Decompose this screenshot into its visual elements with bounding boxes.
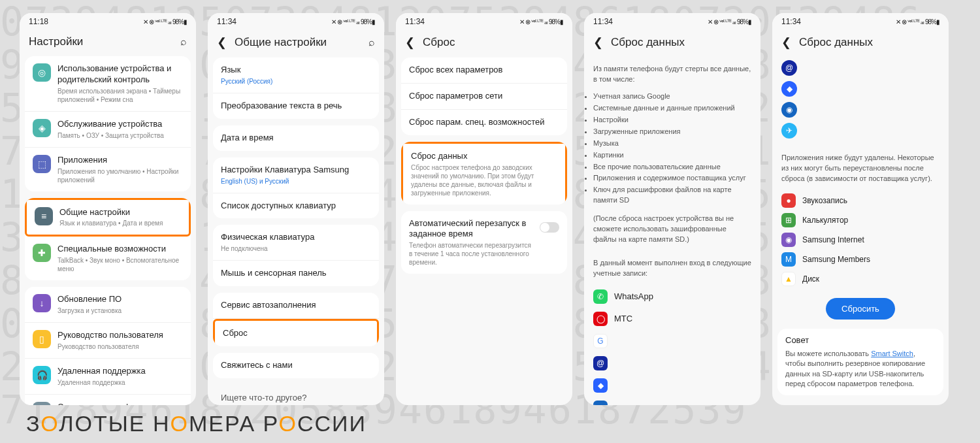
app-icon: ◉ xyxy=(781,233,796,247)
back-icon[interactable]: ❮ xyxy=(405,35,417,50)
row-title: Общие настройки xyxy=(59,207,181,218)
settings-card-3: ↓Обновление ПОЗагрузка и установка▯Руков… xyxy=(25,287,191,405)
toggle-switch[interactable] xyxy=(540,222,559,233)
row-text: Преобразование текста в речь xyxy=(221,101,371,112)
settings-row[interactable]: ▯Руководство пользователяРуководство пол… xyxy=(25,323,191,359)
status-icons: ✕ ⊗ ᵛᵒᵗ ᴸᵀᴱ ₐₗₗ 98%▮ xyxy=(331,18,375,25)
app-row: ▲Диск xyxy=(772,269,949,289)
settings-row[interactable]: 🎧Удаленная поддержкаУдаленная поддержка xyxy=(25,359,191,395)
account-icon: ◉ xyxy=(593,401,608,405)
row-icon: ⓘ xyxy=(33,402,51,405)
settings-row[interactable]: Настройки Клавиатура SamsungEnglish (US)… xyxy=(213,157,379,193)
row-subtitle: Не подключена xyxy=(221,244,371,253)
app-name: Звукозапись xyxy=(802,196,847,205)
status-bar: 11:18 ✕ ⊗ ᵛᵒᵗ ᴸᵀᴱ ₐₗₗ 98%▮ xyxy=(20,13,196,30)
row-title: Язык xyxy=(221,65,371,76)
status-bar: 11:34 ✕ ⊗ ᵛᵒᵗ ᴸᵀᴱ ₐₗₗ 98%▮ xyxy=(584,13,760,30)
settings-row[interactable]: Преобразование текста в речь xyxy=(213,93,379,119)
settings-row[interactable]: ◎Использование устройства и родительский… xyxy=(25,56,191,112)
settings-row[interactable]: ◈Обслуживание устройстваПамять • ОЗУ • З… xyxy=(25,112,191,148)
bullet-item: Системные данные и данные приложений xyxy=(593,103,751,114)
account-name: WhatsApp xyxy=(614,291,653,301)
header: ❮ Общие настройки ⌕ xyxy=(208,30,384,57)
row-title: Обслуживание устройства xyxy=(57,119,183,130)
status-bar: 11:34 ✕ ⊗ ᵛᵒᵗ ᴸᵀᴱ ₐₗₗ 98%▮ xyxy=(772,13,949,30)
content: @◆◉✈ Приложения ниже будут удалены. Неко… xyxy=(772,57,949,405)
tip-text: Вы можете использовать Smart Switch, что… xyxy=(785,349,936,389)
app-row: MSamsung Members xyxy=(772,250,949,269)
app-icon: ◉ xyxy=(781,102,797,118)
row-text: Сведения о телефонеСостояние • Юридическ… xyxy=(57,402,183,405)
row-text: Специальные возможностиTalkBack • Звук м… xyxy=(57,244,183,273)
time: 11:34 xyxy=(405,17,425,26)
row-text: Удаленная поддержкаУдаленная поддержка xyxy=(57,366,183,387)
bullet-item: Загруженные приложения xyxy=(593,127,751,137)
settings-row[interactable]: ⓘСведения о телефонеСостояние • Юридичес… xyxy=(25,395,191,405)
search-icon[interactable]: ⌕ xyxy=(180,36,187,48)
settings-row[interactable]: Сброс параметров сети xyxy=(401,84,567,110)
card: Сброс данныхСброс настроек телефона до з… xyxy=(401,142,567,205)
settings-row[interactable]: Сброс xyxy=(213,319,379,346)
smart-switch-link[interactable]: Smart Switch xyxy=(871,350,913,357)
back-icon[interactable]: ❮ xyxy=(593,35,606,50)
account-row: @ xyxy=(584,352,760,374)
watermark: ЗОЛОТЫЕ НОМЕРА РОССИИ xyxy=(26,411,367,436)
row-icon: ✚ xyxy=(33,244,51,262)
settings-row[interactable]: Список доступных клавиатур xyxy=(213,193,379,219)
row-text: ПриложенияПриложения по умолчанию • Наст… xyxy=(57,155,183,184)
settings-row[interactable]: ЯзыкРусский (Россия) xyxy=(213,57,379,93)
row-title: Сброс парам. спец. возможностей xyxy=(409,117,559,128)
status-bar: 11:34 ✕ ⊗ ᵛᵒᵗ ᴸᵀᴱ ₐₗₗ 98%▮ xyxy=(396,13,572,30)
row-text: Обновление ПОЗагрузка и установка xyxy=(57,294,183,315)
settings-row[interactable]: ≡Общие настройкиЯзык и клавиатура • Дата… xyxy=(25,198,191,237)
settings-row[interactable]: Автоматический перезапуск в заданное вре… xyxy=(401,211,567,274)
row-title: Сброс данных xyxy=(411,151,557,162)
bullet-item: Настройки xyxy=(593,115,751,125)
settings-row[interactable]: Дата и время xyxy=(213,125,379,151)
settings-row[interactable]: Сброс парам. спец. возможностей xyxy=(401,110,567,135)
settings-row[interactable]: Физическая клавиатураНе подключена xyxy=(213,225,379,261)
row-icon: ↓ xyxy=(33,294,51,312)
account-icon: G xyxy=(593,334,608,348)
back-icon[interactable]: ❮ xyxy=(217,35,229,50)
row-title: Физическая клавиатура xyxy=(221,232,371,243)
row-text: Свяжитесь с нами xyxy=(221,360,371,371)
row-text: Сброс всех параметров xyxy=(409,65,559,76)
bullet-item: Приложения и содержимое поставщика услуг xyxy=(593,173,751,184)
row-text: Мышь и сенсорная панель xyxy=(221,268,371,279)
settings-row[interactable]: ✚Специальные возможностиTalkBack • Звук … xyxy=(25,237,191,280)
reset-button[interactable]: Сбросить xyxy=(826,298,895,320)
phone-3-reset: 11:34 ✕ ⊗ ᵛᵒᵗ ᴸᵀᴱ ₐₗₗ 98%▮ ❮ Сброс Сброс… xyxy=(396,13,572,405)
phone-1-settings: 11:18 ✕ ⊗ ᵛᵒᵗ ᴸᵀᴱ ₐₗₗ 98%▮ Настройки ⌕ ◎… xyxy=(20,13,196,405)
row-title: Свяжитесь с нами xyxy=(221,360,371,371)
time: 11:18 xyxy=(29,17,48,26)
row-subtitle: Память • ОЗУ • Защита устройства xyxy=(57,131,183,140)
row-text: Автоматический перезапуск в заданное вре… xyxy=(409,218,533,267)
row-text: Сброс парам. спец. возможностей xyxy=(409,117,559,128)
content: Сброс всех параметровСброс параметров се… xyxy=(396,57,572,405)
settings-row[interactable]: Сброс всех параметров xyxy=(401,57,567,84)
settings-row[interactable]: Свяжитесь с нами xyxy=(213,353,379,378)
row-title: Мышь и сенсорная панель xyxy=(221,268,371,279)
back-icon[interactable]: ❮ xyxy=(781,35,794,50)
settings-row[interactable]: Сброс данныхСброс настроек телефона до з… xyxy=(401,142,567,205)
row-title: Преобразование текста в речь xyxy=(221,101,371,112)
row-title: Настройки Клавиатура Samsung xyxy=(221,165,371,176)
account-icon: ✆ xyxy=(593,289,608,304)
settings-row[interactable]: ↓Обновление ПОЗагрузка и установка xyxy=(25,287,191,323)
card: Физическая клавиатураНе подключенаМышь и… xyxy=(213,225,379,286)
settings-row[interactable]: Сервис автозаполнения xyxy=(213,293,379,319)
settings-row[interactable]: Мышь и сенсорная панель xyxy=(213,261,379,286)
app-name: Samsung Members xyxy=(802,255,870,264)
row-text: Обслуживание устройстваПамять • ОЗУ • За… xyxy=(57,119,183,140)
row-title: Сервис автозаполнения xyxy=(221,300,371,311)
row-title: Приложения xyxy=(57,155,183,166)
row-subtitle: Приложения по умолчанию • Настройки прил… xyxy=(57,167,183,184)
content: ЯзыкРусский (Россия)Преобразование текст… xyxy=(208,57,384,405)
phone-5-factory-reset-confirm: 11:34 ✕ ⊗ ᵛᵒᵗ ᴸᵀᴱ ₐₗₗ 98%▮ ❮ Сброс данны… xyxy=(772,13,949,405)
account-row: G xyxy=(584,330,760,352)
row-text: Физическая клавиатураНе подключена xyxy=(221,232,371,253)
settings-row[interactable]: ⬚ПриложенияПриложения по умолчанию • Нас… xyxy=(25,148,191,191)
row-text: Сервис автозаполнения xyxy=(221,300,371,311)
search-icon[interactable]: ⌕ xyxy=(368,37,375,48)
